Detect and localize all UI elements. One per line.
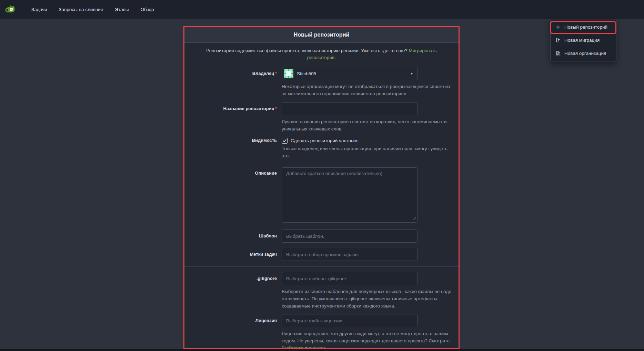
choose-license-link[interactable]: Выберите лицензию. (282, 345, 327, 349)
top-navbar: Задачи Запросы на слияние Этапы Обзор + (0, 0, 644, 19)
issue-labels-input[interactable] (282, 248, 417, 261)
menu-item-label: Новая организация (564, 51, 606, 56)
menu-item-label: Новая миграция (564, 38, 600, 43)
migrate-icon (555, 37, 564, 43)
owner-select[interactable]: Stitch505 (282, 67, 417, 80)
repo-name-label: Название репозитория (223, 102, 277, 115)
nav-milestones[interactable]: Этапы (109, 0, 134, 19)
gitignore-input[interactable] (282, 272, 417, 285)
chevron-down-icon (410, 73, 413, 75)
organization-icon (555, 50, 564, 56)
gitignore-label: .gitignore (256, 272, 277, 285)
nav-explore[interactable]: Обзор (134, 0, 160, 19)
form-body: Репозиторий содержит все файлы проекта, … (184, 43, 459, 349)
template-input[interactable] (282, 230, 417, 243)
section-divider (184, 266, 459, 267)
gitignore-row: .gitignore Выберите из списка шаблонов д… (184, 272, 459, 310)
private-checkbox-label[interactable]: Сделать репозиторий частным (291, 138, 358, 143)
plus-icon (555, 25, 564, 30)
gitea-logo-icon[interactable] (5, 4, 17, 16)
license-label: Лицензия (255, 314, 277, 327)
template-label: Шаблон (259, 230, 277, 243)
new-repository-form: Новый репозиторий Репозиторий содержит в… (183, 26, 460, 349)
menu-item-new-migration[interactable]: Новая миграция (551, 33, 616, 47)
menu-item-new-organization[interactable]: Новая организация (551, 47, 616, 60)
gitignore-help: Выберите из списка шаблонов для популярн… (282, 288, 454, 310)
description-row: Описание (184, 167, 459, 223)
owner-avatar (284, 69, 293, 78)
issue-labels-label: Метки задач (250, 248, 277, 261)
owner-row: Владелец (184, 67, 459, 97)
intro-text: Репозиторий содержит все файлы проекта, … (206, 48, 407, 53)
description-label: Описание (255, 167, 277, 179)
repo-name-input[interactable] (282, 102, 417, 115)
owner-label: Владелец (252, 67, 277, 80)
page-bottom-strip (0, 349, 644, 351)
template-row: Шаблон (184, 230, 459, 243)
form-intro: Репозиторий содержит все файлы проекта, … (199, 47, 444, 61)
page-title: Новый репозиторий (294, 32, 350, 38)
form-header: Новый репозиторий (184, 27, 459, 43)
owner-help: Некоторые организации могут не отображат… (282, 83, 454, 97)
license-row: Лицензия Лицензия определяет, что другие… (184, 314, 459, 349)
visibility-help: Только владелец или члены организации, п… (282, 145, 454, 159)
description-textarea[interactable] (282, 167, 417, 223)
create-dropdown-menu: Новый репозиторий Новая миграция Новая о… (550, 20, 616, 61)
primary-nav: Задачи Запросы на слияние Этапы Обзор (26, 0, 160, 19)
menu-item-label: Новый репозиторий (564, 25, 607, 30)
nav-pull-requests[interactable]: Запросы на слияние (53, 0, 109, 19)
visibility-row: Видимость Сделать репозиторий частным То… (184, 137, 459, 159)
license-help-text: Лицензия определяет, что другие люди мог… (282, 331, 450, 343)
license-input[interactable] (282, 314, 417, 327)
visibility-label: Видимость (252, 137, 277, 144)
repo-name-row: Название репозитория Лучшие названия реп… (184, 102, 459, 133)
issue-labels-row: Метки задач (184, 248, 459, 261)
owner-value: Stitch505 (297, 71, 316, 76)
menu-item-new-repository[interactable]: Новый репозиторий (551, 20, 616, 33)
license-help: Лицензия определяет, что другие люди мог… (282, 330, 454, 349)
nav-issues[interactable]: Задачи (26, 0, 53, 19)
private-checkbox[interactable] (282, 138, 288, 144)
repo-name-help: Лучшие названия репозиториев состоят из … (282, 118, 454, 133)
